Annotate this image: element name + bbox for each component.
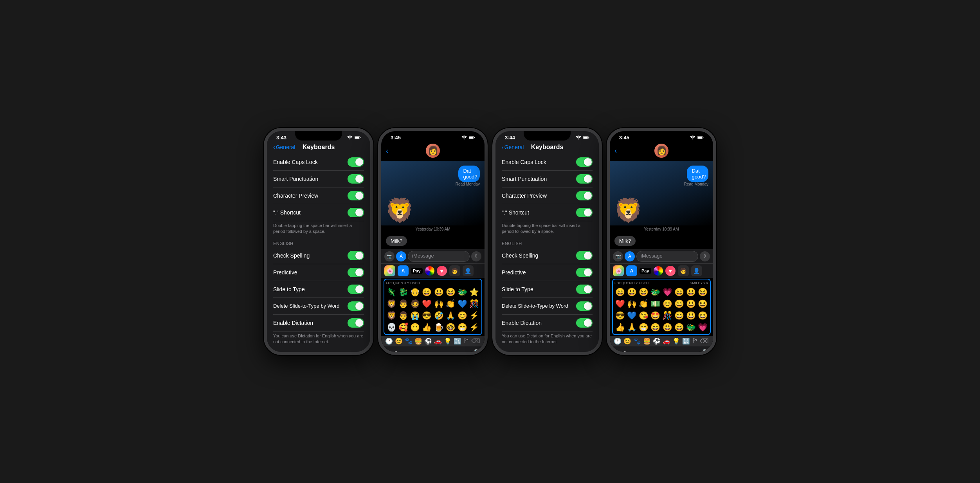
toggle-predictive[interactable] (348, 268, 364, 277)
sports-icon-4[interactable]: ⚽ (653, 337, 661, 345)
emoji-cell[interactable]: 🎊 (662, 310, 673, 321)
emoji-cell[interactable]: 😄 (614, 287, 625, 297)
toggle-smart-punct[interactable] (348, 174, 364, 184)
travel-icon[interactable]: 🚗 (434, 337, 442, 345)
toggle-dictation[interactable] (348, 318, 364, 328)
toggle-dictation-3[interactable] (576, 318, 593, 328)
animals-icon[interactable]: 🐾 (405, 337, 413, 345)
emoji-cell[interactable]: 🤣 (433, 310, 444, 321)
emoji-cell[interactable]: 🤩 (650, 310, 661, 321)
emoji-cell[interactable]: 😆 (445, 287, 456, 297)
animals-icon-4[interactable]: 🐾 (633, 337, 641, 345)
multicolor-icon-4[interactable] (654, 266, 663, 276)
appstore-icon-row-4[interactable]: A (626, 265, 637, 276)
toggle-caps-lock-3[interactable] (576, 157, 593, 167)
message-input-4[interactable]: iMessage (636, 251, 698, 262)
delete-icon-4[interactable]: ⌫ (700, 337, 709, 345)
multicolor-icon-2[interactable] (425, 266, 434, 276)
emoji-cell[interactable]: 👨 (398, 310, 409, 321)
emoji-cell[interactable]: 😃 (433, 287, 444, 297)
emoji-cell[interactable]: 🦁 (386, 310, 397, 321)
nav-back-3[interactable]: ‹ General (502, 144, 524, 150)
emoji-cell[interactable]: 🙌 (433, 298, 444, 309)
emoji-cell[interactable]: 💙 (626, 310, 637, 321)
emoji-cell[interactable]: 💵 (650, 298, 661, 309)
appstore-icon-2[interactable]: A (396, 251, 406, 261)
toggle-spelling[interactable] (348, 251, 364, 260)
sports-icon[interactable]: ⚽ (424, 337, 432, 345)
emoji-cell[interactable]: 👏 (445, 298, 456, 309)
emoji-cell[interactable]: ⚡ (469, 310, 480, 321)
toggle-delete-slide[interactable] (348, 301, 364, 311)
recent-icon-4[interactable]: 🕐 (614, 337, 622, 345)
emoji-cell[interactable]: 👨 (398, 298, 409, 309)
toggle-shortcut[interactable] (348, 208, 364, 217)
applepay-icon-2[interactable]: Pay (411, 268, 423, 274)
heart-icon-2[interactable]: ♥ (437, 266, 447, 276)
photos-icon-2[interactable]: 🌸 (384, 265, 395, 276)
toggle-smart-punct-3[interactable] (576, 174, 593, 184)
emoji-cell[interactable]: 😶 (410, 322, 421, 333)
emoji-cell[interactable]: 🙏 (626, 322, 637, 333)
emoji-cell[interactable]: 🐲 (457, 287, 468, 297)
emoji-cell[interactable]: 😁 (457, 322, 468, 333)
emoji-cell[interactable]: 😁 (638, 322, 649, 333)
siri-link-1[interactable]: About Ask Siri, Dictation and Privacy... (273, 348, 364, 351)
emoji-cell[interactable]: 😊 (662, 298, 673, 309)
emoji-cell[interactable]: 🦁 (386, 298, 397, 309)
smiley-icon-4[interactable]: 😊 (623, 337, 631, 345)
emoji-cell[interactable]: 🥰 (398, 322, 409, 333)
emoji-cell[interactable]: 😃 (686, 298, 697, 309)
toggle-slide[interactable] (348, 285, 364, 294)
emoji-cell[interactable]: 😃 (686, 310, 697, 321)
emoji-cell[interactable]: 🦎 (386, 287, 397, 297)
emoji-cell[interactable]: 😄 (674, 310, 685, 321)
symbols-icon[interactable]: 🔣 (454, 337, 461, 345)
smiley-icon[interactable]: 😊 (395, 337, 403, 345)
emoji-cell[interactable]: 🐲 (686, 322, 697, 333)
emoji-cell[interactable]: 🍺 (433, 322, 444, 333)
emoji-cell[interactable]: 😘 (638, 310, 649, 321)
messages-back-4[interactable]: ‹ (614, 147, 617, 155)
audio-icon-2[interactable]: 🎙 (471, 251, 481, 261)
emoji-cell[interactable]: ⭐ (469, 287, 480, 297)
emoji-cell[interactable]: 👴 (410, 287, 421, 297)
flags-icon-4[interactable]: 🏳 (692, 337, 698, 345)
emoji-cell[interactable]: 👏 (638, 298, 649, 309)
emoji-cell[interactable]: 🎊 (469, 298, 480, 309)
appstore-icon-4[interactable]: A (625, 251, 635, 261)
toggle-char-preview[interactable] (348, 191, 364, 200)
emoji-cell[interactable]: 😆 (697, 310, 708, 321)
recent-icon[interactable]: 🕐 (385, 337, 393, 345)
flags-icon[interactable]: 🏳 (463, 337, 470, 345)
toggle-slide-3[interactable] (576, 285, 593, 294)
emoji-cell[interactable]: 💀 (386, 322, 397, 333)
emoji-cell[interactable]: ❤️ (422, 298, 432, 309)
message-input-2[interactable]: iMessage (408, 251, 470, 262)
mic-icon-4[interactable]: 🎤 (698, 349, 707, 352)
emoji-cell[interactable]: 💗 (697, 322, 708, 333)
emoji-cell[interactable]: 💙 (457, 298, 468, 309)
emoji-cell[interactable]: ❤️ (614, 298, 625, 309)
emoji-cell[interactable]: 😄 (650, 322, 661, 333)
symbols-icon-4[interactable]: 🔣 (682, 337, 690, 345)
travel-icon-4[interactable]: 🚗 (663, 337, 670, 345)
camera-icon-2[interactable]: 📷 (384, 251, 395, 261)
more-app-icon-2[interactable]: 👤 (463, 265, 474, 276)
objects-icon-4[interactable]: 💡 (672, 337, 680, 345)
objects-icon[interactable]: 💡 (444, 337, 452, 345)
toggle-predictive-3[interactable] (576, 268, 593, 277)
emoji-cell[interactable]: 😄 (674, 287, 685, 297)
emoji-cell[interactable]: 😎 (422, 310, 432, 321)
nav-back-1[interactable]: ‹ General (273, 144, 295, 150)
toggle-caps-lock[interactable] (348, 157, 364, 167)
emoji-cell[interactable]: 😃 (626, 287, 637, 297)
camera-icon-4[interactable]: 📷 (613, 251, 623, 261)
emoji-cell[interactable]: 😆 (697, 298, 708, 309)
emoji-cell[interactable]: 🐉 (398, 287, 409, 297)
heart-icon-4[interactable]: ♥ (665, 266, 676, 276)
emoji-cell[interactable]: 😃 (686, 287, 697, 297)
emoji-cell[interactable]: 😃 (662, 322, 673, 333)
emoji-cell[interactable]: 😊 (457, 310, 468, 321)
toggle-delete-slide-3[interactable] (576, 301, 593, 311)
